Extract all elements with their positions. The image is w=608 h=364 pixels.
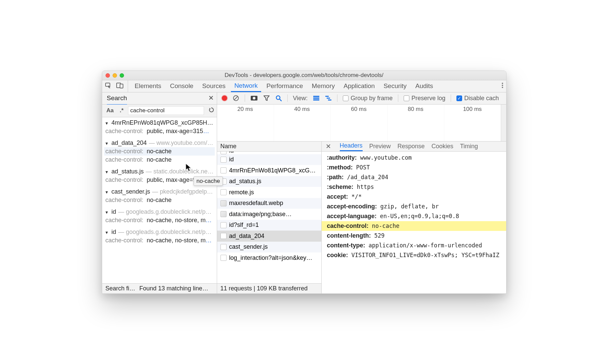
- header-row[interactable]: accept-language: en-US,en;q=0.9,la;q=0.8: [322, 211, 506, 221]
- search-result-line[interactable]: cache-control: no-cache, no-store, m…: [104, 216, 215, 225]
- svg-rect-17: [325, 96, 329, 97]
- tab-elements[interactable]: Elements: [131, 80, 165, 92]
- header-row[interactable]: :authority: www.youtube.com: [322, 153, 506, 163]
- file-icon: [220, 189, 227, 195]
- close-icon[interactable]: [209, 95, 213, 102]
- inspect-icon[interactable]: [105, 82, 112, 90]
- search-drawer-title: Search: [107, 94, 127, 105]
- devtools-tabs: ElementsConsoleSourcesNetworkPerformance…: [102, 80, 506, 92]
- close-details-icon[interactable]: [326, 141, 333, 151]
- chevron-down-icon: ▼: [104, 210, 110, 215]
- tab-application[interactable]: Application: [340, 80, 378, 92]
- tooltip: no-cache: [194, 176, 223, 186]
- file-icon: [220, 244, 227, 250]
- search-result-line[interactable]: cache-control: no-cache: [104, 147, 215, 156]
- request-row[interactable]: data:image/png;base…: [217, 209, 321, 220]
- details-tab-headers[interactable]: Headers: [340, 141, 363, 151]
- search-input[interactable]: [128, 106, 204, 115]
- tab-performance[interactable]: Performance: [263, 80, 307, 92]
- request-row[interactable]: ad_status.js: [217, 176, 321, 187]
- request-row[interactable]: ad_data_204: [217, 231, 321, 242]
- close-window-button[interactable]: [106, 73, 110, 78]
- request-row[interactable]: id: [217, 154, 321, 165]
- request-row[interactable]: 4mrRnEPnWo81qWPG8_xcG…: [217, 165, 321, 176]
- request-list-header[interactable]: Name: [217, 141, 321, 152]
- request-name: id: [229, 152, 234, 154]
- search-result-file[interactable]: ▼id — googleads.g.doubleclick.net/p…: [104, 208, 215, 216]
- request-name: data:image/png;base…: [229, 211, 292, 218]
- search-result-file[interactable]: ▼ad_data_204 — www.youtube.com/…: [104, 139, 215, 147]
- titlebar: DevTools - developers.google.com/web/too…: [102, 71, 506, 80]
- minimize-window-button[interactable]: [113, 73, 117, 78]
- request-row[interactable]: maxresdefault.webp: [217, 198, 321, 209]
- tab-audits[interactable]: Audits: [412, 80, 437, 92]
- timeline-tick: 40 ms: [274, 105, 331, 141]
- group-by-frame-checkbox[interactable]: Group by frame: [341, 95, 394, 102]
- tab-network[interactable]: Network: [231, 80, 261, 92]
- header-row[interactable]: accept: */*: [322, 192, 506, 202]
- details-tab-cookies[interactable]: Cookies: [432, 141, 453, 151]
- svg-point-3: [502, 83, 503, 84]
- search-result-group: ▼id — googleads.g.doubleclick.net/p…cach…: [102, 227, 217, 245]
- request-row[interactable]: remote.js: [217, 187, 321, 198]
- search-result-file[interactable]: ▼cast_sender.js — pkedcjkdefgpdelp…: [104, 188, 215, 196]
- svg-point-5: [502, 87, 503, 88]
- file-icon: [220, 157, 227, 163]
- search-result-line[interactable]: cache-control: no-cache: [104, 196, 215, 204]
- tab-sources[interactable]: Sources: [199, 80, 229, 92]
- request-row[interactable]: id?slf_rd=1: [217, 220, 321, 231]
- header-row[interactable]: content-length: 529: [322, 231, 506, 241]
- tab-memory[interactable]: Memory: [309, 80, 338, 92]
- timeline-tick: 100 ms: [444, 105, 501, 141]
- preserve-log-checkbox[interactable]: Preserve log: [402, 95, 447, 102]
- request-row[interactable]: id: [217, 152, 321, 154]
- header-row[interactable]: accept-encoding: gzip, deflate, br: [322, 202, 506, 211]
- large-rows-icon[interactable]: [312, 95, 321, 101]
- svg-point-11: [253, 97, 255, 99]
- details-tab-preview[interactable]: Preview: [369, 141, 391, 151]
- capture-screenshots-icon[interactable]: [249, 95, 259, 101]
- network-panel: View: Group by frame: [217, 92, 506, 293]
- search-icon[interactable]: [274, 95, 283, 102]
- search-result-file[interactable]: ▼4mrRnEPnWo81qWPG8_xcGP85HC…: [104, 119, 215, 127]
- svg-line-13: [280, 99, 281, 101]
- search-result-group: ▼cast_sender.js — pkedcjkdefgpdelp…cache…: [102, 187, 217, 205]
- header-row[interactable]: :path: /ad_data_204: [322, 172, 506, 182]
- header-row[interactable]: cookie: VISITOR_INFO1_LIVE=dDk0-xTswPs; …: [322, 250, 506, 260]
- request-row[interactable]: cast_sender.js: [217, 242, 321, 253]
- request-row[interactable]: log_interaction?alt=json&key…: [217, 252, 321, 264]
- header-row[interactable]: content-type: application/x-www-form-url…: [322, 241, 506, 250]
- file-icon: [220, 167, 227, 173]
- svg-rect-0: [106, 83, 110, 86]
- more-menu-icon[interactable]: [501, 82, 503, 90]
- header-row[interactable]: :method: POST: [322, 163, 506, 172]
- search-result-file[interactable]: ▼id — googleads.g.doubleclick.net/p…: [104, 228, 215, 236]
- search-result-group: ▼ad_data_204 — www.youtube.com/…cache-co…: [102, 138, 217, 165]
- zoom-window-button[interactable]: [120, 73, 124, 78]
- regex-toggle[interactable]: .*: [118, 107, 125, 115]
- match-case-toggle[interactable]: Aa: [105, 107, 116, 115]
- waterfall-icon[interactable]: [324, 95, 333, 101]
- clear-button[interactable]: [231, 95, 241, 102]
- request-name: 4mrRnEPnWo81qWPG8_xcG…: [229, 167, 316, 174]
- svg-rect-2: [120, 84, 123, 88]
- tab-console[interactable]: Console: [167, 80, 197, 92]
- chevron-down-icon: ▼: [104, 141, 110, 146]
- header-row[interactable]: :scheme: https: [322, 182, 506, 192]
- filter-icon[interactable]: [262, 95, 271, 101]
- network-timeline[interactable]: 20 ms40 ms60 ms80 ms100 ms: [217, 105, 506, 141]
- tab-security[interactable]: Security: [380, 80, 410, 92]
- refresh-icon[interactable]: [207, 106, 216, 115]
- search-result-file[interactable]: ▼ad_status.js — static.doubleclick.ne…: [104, 167, 215, 176]
- header-row[interactable]: cache-control: no-cache: [322, 221, 506, 231]
- svg-rect-19: [328, 99, 331, 100]
- details-tab-timing[interactable]: Timing: [460, 141, 478, 151]
- search-result-line[interactable]: cache-control: no-cache, no-store, m…: [104, 236, 215, 245]
- search-result-line[interactable]: cache-control: no-cache: [104, 156, 215, 164]
- details-tab-response[interactable]: Response: [398, 141, 425, 151]
- timeline-scrollbar[interactable]: [501, 105, 506, 141]
- disable-cache-checkbox[interactable]: ✓Disable cach: [455, 95, 500, 102]
- device-toggle-icon[interactable]: [116, 82, 124, 90]
- record-button[interactable]: [220, 95, 229, 101]
- search-result-line[interactable]: cache-control: public, max-age=315…: [104, 127, 215, 135]
